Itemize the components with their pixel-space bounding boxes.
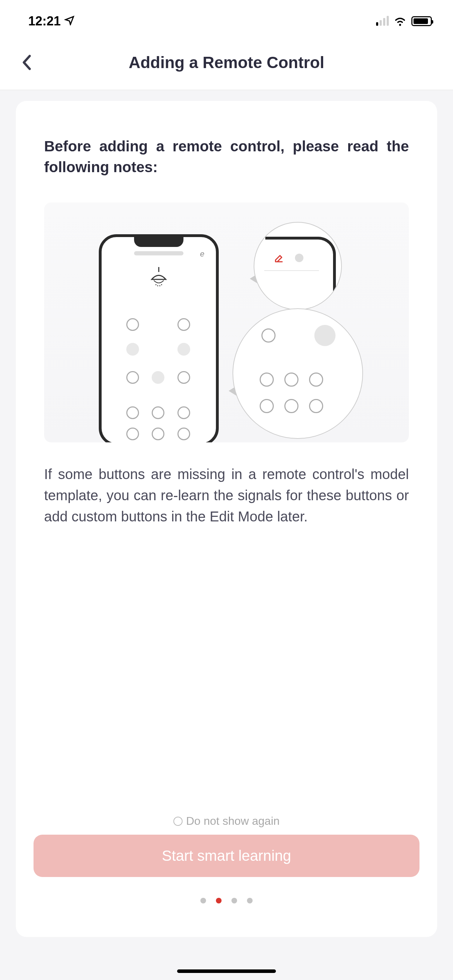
start-learning-button[interactable]: Start smart learning [33,835,420,877]
do-not-show-checkbox[interactable]: Do not show again [173,815,280,827]
page-dot-2[interactable] [216,898,222,904]
phone-mockup: e [99,234,219,442]
zoom-detail-edit [254,222,342,310]
illustration: e [44,202,409,442]
svg-point-2 [157,285,158,286]
time-label: 12:21 [28,14,61,29]
cellular-signal-icon [376,17,389,26]
content-card: Before adding a remote control, please r… [16,101,437,937]
body-text: If some buttons are missing in a remote … [44,463,409,527]
svg-point-4 [161,284,162,285]
page-dot-3[interactable] [231,898,237,904]
edit-icon: e [200,250,207,256]
header: Adding a Remote Control [0,39,453,90]
battery-icon [412,16,432,26]
intro-text: Before adding a remote control, please r… [44,136,409,178]
lamp-icon [145,267,173,293]
status-icons [376,16,432,26]
page-dot-4[interactable] [247,898,253,904]
back-button[interactable] [17,54,35,71]
pencil-icon [274,253,285,266]
svg-point-1 [156,284,157,285]
page-dot-1[interactable] [200,898,206,904]
zoom-detail-buttons [232,308,363,439]
page-title: Adding a Remote Control [17,53,436,72]
wifi-icon [394,16,407,26]
svg-point-3 [159,285,161,286]
location-icon [64,14,75,29]
checkbox-circle-icon [173,817,183,826]
status-time: 12:21 [28,14,75,29]
chevron-left-icon [22,55,31,70]
home-indicator[interactable] [177,969,276,973]
checkbox-label: Do not show again [186,815,280,827]
pagination-dots[interactable] [200,898,253,904]
status-bar: 12:21 [0,0,453,39]
